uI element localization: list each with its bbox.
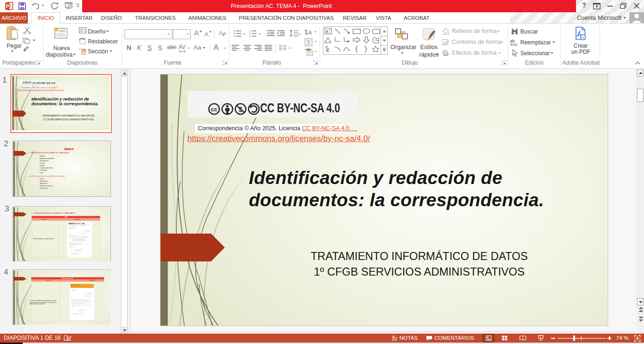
svg-text:3: 3 — [249, 35, 251, 38]
svg-text:A: A — [219, 30, 222, 36]
svg-text:P: P — [6, 4, 9, 9]
svg-text:cc: cc — [211, 106, 218, 113]
svg-text:A: A — [326, 29, 329, 34]
svg-text:ac: ac — [513, 42, 518, 46]
svg-text:A: A — [308, 30, 312, 35]
